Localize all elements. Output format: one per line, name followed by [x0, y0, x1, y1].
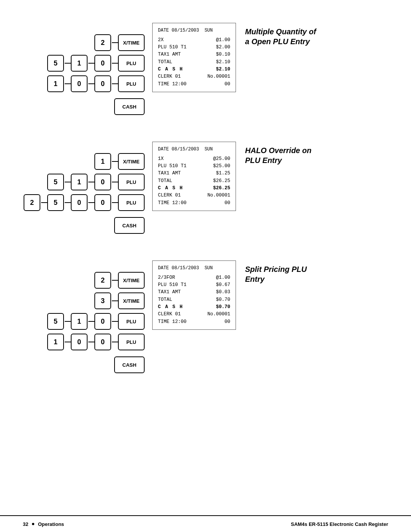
left: CLERK 01	[158, 311, 181, 318]
left: TOTAL	[158, 177, 172, 185]
footer-right: SAM4s ER-5115 Electronic Cash Register	[291, 521, 388, 527]
key-plu2-e3[interactable]: PLU	[118, 334, 145, 350]
key-row-3-4: 1 0 0 PLU	[47, 334, 145, 350]
key-1-e2[interactable]: 1	[94, 153, 111, 170]
connector	[112, 42, 118, 43]
key-3-e3[interactable]: 3	[94, 292, 111, 309]
key-row-2-3: 2 5 0 0 PLU	[24, 194, 145, 211]
right: $0.03	[216, 289, 230, 296]
bullet-icon	[32, 523, 34, 525]
connector	[88, 321, 94, 322]
right: @25.00	[213, 155, 230, 163]
connector	[65, 83, 71, 84]
key-row-3-1: 2 X/TIME	[94, 272, 145, 289]
receipt-line: TAX1 AMT $0.10	[158, 51, 230, 58]
title-2: HALO Override onPLU Entry	[245, 145, 388, 165]
footer-product-name: SAM4s ER-5115 Electronic Cash Register	[291, 521, 388, 527]
example-section-1: 2 X/TIME 5 1 0 PLU 1	[23, 15, 388, 123]
key-0[interactable]: 0	[94, 55, 111, 72]
key-sequence-3: 2 X/TIME 3 X/TIME 5 1 0	[23, 260, 152, 373]
connector	[112, 321, 118, 322]
key-xtime-e3b[interactable]: X/TIME	[118, 292, 145, 309]
description-2: HALO Override onPLU Entry	[236, 142, 388, 165]
key-cash-3[interactable]: CASH	[114, 356, 145, 373]
key-0b-e2[interactable]: 0	[71, 194, 88, 211]
key-1b[interactable]: 1	[47, 75, 64, 92]
receipt-line: PLU 510 T1 $0.67	[158, 281, 230, 289]
key-cash-1[interactable]: CASH	[114, 98, 145, 115]
key-plu[interactable]: PLU	[118, 55, 145, 72]
connector	[88, 202, 94, 203]
receipt-line: TOTAL $26.25	[158, 177, 230, 185]
receipt-line: PLU 510 T1 $25.00	[158, 163, 230, 170]
key-plu2-e2[interactable]: PLU	[118, 194, 145, 211]
key-2[interactable]: 2	[94, 34, 111, 51]
key-1-e3[interactable]: 1	[71, 313, 88, 330]
key-xtime-e2[interactable]: X/TIME	[118, 153, 145, 170]
key-xtime[interactable]: X/TIME	[118, 34, 145, 51]
connector	[65, 182, 71, 182]
key-5-e3[interactable]: 5	[47, 313, 64, 330]
receipt-line: TAX1 AMT $0.03	[158, 289, 230, 296]
right: $0.70	[216, 296, 230, 304]
right: $0.67	[216, 281, 230, 289]
title-1: Multiple Quantity ofa Open PLU Entry	[245, 27, 388, 46]
right: $25.00	[213, 163, 230, 170]
example-section-3: 2 X/TIME 3 X/TIME 5 1 0	[23, 253, 388, 381]
key-row-1-2: 5 1 0 PLU	[47, 55, 145, 72]
receipt-line: TIME 12:00 00	[158, 318, 230, 326]
right: 00	[225, 200, 230, 207]
left: TIME 12:00	[158, 200, 186, 207]
left: TAX1 AMT	[158, 289, 181, 296]
receipt-line: CLERK 01 No.00001	[158, 73, 230, 80]
key-5b-e2[interactable]: 5	[47, 194, 64, 211]
key-1b-e2[interactable]: 1	[71, 174, 88, 190]
key-0b[interactable]: 0	[71, 75, 88, 92]
connector	[88, 342, 94, 342]
key-row-2-1: 1 X/TIME	[94, 153, 145, 170]
left: PLU 510 T1	[158, 44, 186, 51]
key-plu-e3[interactable]: PLU	[118, 313, 145, 330]
key-plu-e2[interactable]: PLU	[118, 174, 145, 190]
key-0c-e3[interactable]: 0	[94, 334, 111, 350]
key-0-e3[interactable]: 0	[94, 313, 111, 330]
footer-left: 32 Operations	[23, 521, 64, 527]
key-cash-2[interactable]: CASH	[114, 217, 145, 234]
right: $0.10	[216, 51, 230, 58]
connector	[112, 182, 118, 182]
connector	[65, 63, 71, 64]
left: CLERK 01	[158, 73, 181, 80]
left: 1X	[158, 155, 164, 163]
right: No.00001	[207, 73, 230, 80]
receipt-cash-line: C A S H $26.25	[158, 185, 230, 192]
receipt-line: 2/3FOR @1.00	[158, 274, 230, 281]
key-1b-e3[interactable]: 1	[47, 334, 64, 350]
key-row-1-3: 1 0 0 PLU	[47, 75, 145, 92]
left: TIME 12:00	[158, 81, 186, 88]
key-sequence-1: 2 X/TIME 5 1 0 PLU 1	[23, 23, 152, 115]
key-2-e2[interactable]: 2	[24, 194, 40, 211]
receipt-2-date: DATE 08/15/2003 SUN	[158, 146, 230, 153]
key-xtime-e3a[interactable]: X/TIME	[118, 272, 145, 289]
left: CLERK 01	[158, 192, 181, 199]
key-0c[interactable]: 0	[94, 75, 111, 92]
key-plu2[interactable]: PLU	[118, 75, 145, 92]
key-2-e3[interactable]: 2	[94, 272, 111, 289]
key-0c-e2[interactable]: 0	[94, 194, 111, 211]
right: $2.00	[216, 44, 230, 51]
cash-label: C A S H	[158, 66, 183, 73]
key-5[interactable]: 5	[47, 55, 64, 72]
key-5-e2[interactable]: 5	[47, 174, 64, 190]
key-0-e2[interactable]: 0	[94, 174, 111, 190]
key-0b-e3[interactable]: 0	[71, 334, 88, 350]
key-row-3-2: 3 X/TIME	[94, 292, 145, 309]
left: TIME 12:00	[158, 318, 186, 326]
receipt-line: CLERK 01 No.00001	[158, 311, 230, 318]
receipt-line: TIME 12:00 00	[158, 200, 230, 207]
connector	[112, 161, 118, 162]
left: 2X	[158, 37, 164, 44]
cash-label: C A S H	[158, 185, 183, 192]
key-1[interactable]: 1	[71, 55, 88, 72]
cash-amount: $2.10	[216, 66, 230, 73]
connector	[65, 342, 71, 342]
